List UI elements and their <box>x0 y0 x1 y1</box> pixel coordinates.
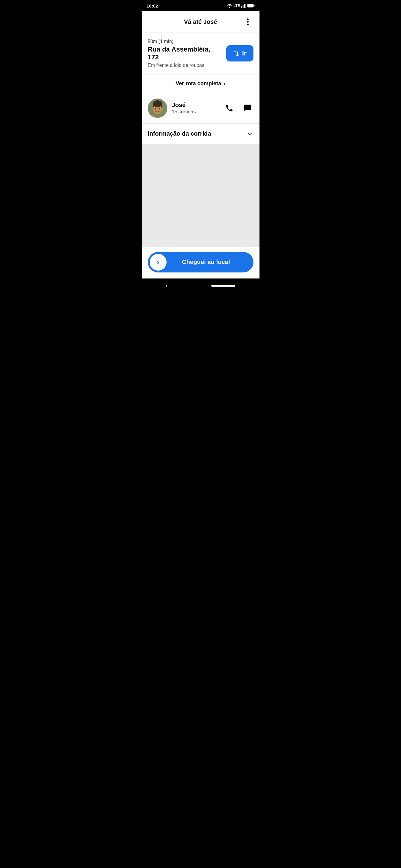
passenger-section: José 15 corridas <box>142 93 259 124</box>
nav-subtitle: Em frente à loja de roupas <box>148 63 222 68</box>
avatar-image <box>148 98 167 118</box>
battery-icon <box>248 4 255 7</box>
bottom-bar: › Cheguei ao local <box>142 247 259 278</box>
map-section <box>142 144 259 247</box>
route-link-text: Ver rota completa <box>176 81 221 87</box>
phone-frame: 10:02 LTE Vá até José <box>142 0 259 293</box>
nav-text: 50m (1 min) Rua da Assembléia, 172 Em fr… <box>148 39 222 68</box>
navigation-info-section: 50m (1 min) Rua da Assembléia, 172 Em fr… <box>142 33 259 74</box>
bottom-nav: ‹ <box>142 278 259 293</box>
wifi-icon <box>227 4 232 8</box>
nav-duration: 50m (1 min) <box>148 39 222 44</box>
status-time: 10:02 <box>147 3 158 8</box>
svg-rect-2 <box>244 4 245 8</box>
arrived-button-circle: › <box>150 254 167 271</box>
passenger-rides: 15 corridas <box>172 109 223 115</box>
arrived-button-label: Cheguei ao local <box>167 258 252 266</box>
svg-rect-0 <box>241 6 242 8</box>
passenger-actions <box>223 102 254 114</box>
passenger-info: José 15 corridas <box>172 101 223 115</box>
svg-point-13 <box>161 108 163 111</box>
info-accordion-label: Informação da corrida <box>148 130 211 137</box>
call-button[interactable] <box>223 102 235 114</box>
svg-point-12 <box>152 108 154 111</box>
nav-arrows-icon <box>233 50 239 57</box>
message-button[interactable] <box>241 102 254 114</box>
chat-icon <box>243 104 252 113</box>
chevron-down-icon <box>246 130 254 137</box>
go-button-label: Ir <box>242 50 247 57</box>
svg-point-10 <box>159 108 160 110</box>
svg-point-9 <box>155 108 156 110</box>
svg-rect-1 <box>242 5 244 8</box>
svg-rect-3 <box>245 4 246 8</box>
home-pill <box>211 285 235 287</box>
route-link-section[interactable]: Ver rota completa › <box>142 74 259 93</box>
chevron-right-icon: › <box>224 81 225 87</box>
arrived-button[interactable]: › Cheguei ao local <box>148 252 254 273</box>
arrived-arrow-icon: › <box>156 257 159 267</box>
go-button[interactable]: Ir <box>226 45 254 61</box>
app-header: Vá até José <box>142 11 259 33</box>
status-icons: LTE <box>227 4 255 8</box>
passenger-name: José <box>172 101 223 108</box>
more-options-button[interactable] <box>242 16 254 27</box>
three-dots-icon <box>247 19 249 25</box>
status-bar: 10:02 LTE <box>142 0 259 11</box>
signal-icon <box>241 4 246 8</box>
lte-label: LTE <box>233 4 240 8</box>
svg-rect-5 <box>254 5 255 7</box>
page-title: Vá até José <box>159 19 242 25</box>
phone-icon <box>225 104 233 113</box>
info-accordion[interactable]: Informação da corrida <box>142 124 259 144</box>
avatar <box>148 98 167 118</box>
svg-point-11 <box>153 101 162 107</box>
svg-rect-4 <box>248 4 254 7</box>
back-arrow-icon[interactable]: ‹ <box>166 282 168 289</box>
nav-address: Rua da Assembléia, 172 <box>148 45 222 61</box>
